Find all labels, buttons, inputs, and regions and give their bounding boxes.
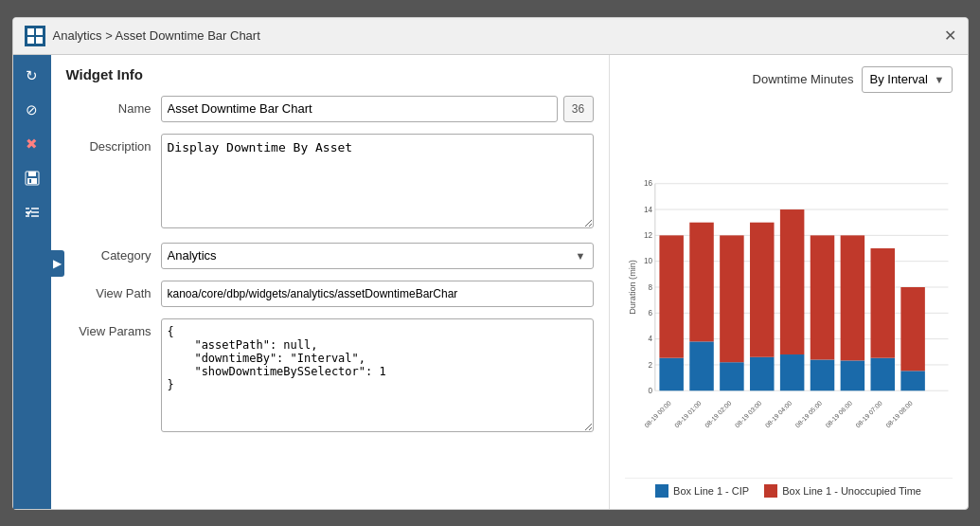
svg-rect-34 [659,357,683,390]
legend-unoccupied-label: Box Line 1 - Unoccupied Time [782,485,921,497]
chart-panel: Downtime Minutes By Interval By Day By W… [610,55,968,509]
svg-text:08-19 06:00: 08-19 06:00 [824,399,853,428]
svg-text:08-19 07:00: 08-19 07:00 [854,399,883,428]
view-params-textarea[interactable] [161,318,594,432]
view-path-input[interactable] [161,281,594,307]
modal-header: Analytics > Asset Downtime Bar Chart ✕ [13,18,968,55]
legend-cip-label: Box Line 1 - CIP [673,485,749,497]
view-path-field [161,281,594,307]
svg-rect-50 [810,235,833,359]
svg-text:10: 10 [644,257,653,265]
svg-rect-40 [720,362,743,390]
svg-rect-59 [900,287,924,371]
category-row: Category Analytics Operations Maintenanc… [66,243,594,269]
name-row: Name 36 [66,96,594,122]
svg-rect-1 [36,28,43,35]
svg-text:08-19 08:00: 08-19 08:00 [884,399,914,428]
svg-text:08-19 05:00: 08-19 05:00 [793,399,823,428]
svg-text:08-19 00:00: 08-19 00:00 [643,399,672,428]
interval-select[interactable]: By Interval By Day By Week [862,66,953,93]
sidebar-refresh-icon[interactable]: ↻ [19,63,45,89]
svg-text:08-19 04:00: 08-19 04:00 [763,399,793,428]
svg-rect-44 [750,222,774,356]
modal-body: ↻ ⊘ ✖ [13,55,968,509]
svg-text:0: 0 [648,386,652,394]
sidebar-save-icon[interactable] [19,165,45,191]
legend-cip-color [655,484,668,498]
modal-overlay: Analytics > Asset Downtime Bar Chart ✕ ↻… [0,0,980,526]
legend-unoccupied-color [764,484,777,498]
svg-rect-2 [27,37,34,44]
svg-text:Duration (min): Duration (min) [627,260,636,315]
chart-legend: Box Line 1 - CIP Box Line 1 - Unoccupied… [625,478,953,498]
svg-text:12: 12 [644,231,653,240]
chart-controls: Downtime Minutes By Interval By Day By W… [625,66,953,93]
view-params-field [161,318,594,435]
description-textarea[interactable] [161,134,594,228]
svg-rect-58 [900,371,924,390]
description-field [161,134,594,231]
sidebar: ↻ ⊘ ✖ [13,55,51,509]
view-params-row: View Params [66,318,594,435]
breadcrumb-icon [25,26,45,46]
downtime-minutes-label: Downtime Minutes [753,72,854,86]
chart-container: Duration (min) 0 2 4 6 [625,102,953,498]
svg-rect-55 [870,357,894,390]
svg-rect-3 [36,37,43,44]
svg-rect-0 [27,28,34,35]
name-label: Name [66,96,161,116]
modal: Analytics > Asset Downtime Bar Chart ✕ ↻… [12,17,969,510]
sidebar-delete-icon[interactable]: ✖ [19,131,45,157]
svg-rect-6 [27,178,37,184]
svg-rect-43 [750,356,774,390]
svg-rect-53 [840,235,864,360]
form-panel: Widget Info Name 36 Descriptio [51,55,610,509]
sidebar-checklist-icon[interactable] [19,199,45,226]
svg-rect-56 [870,248,894,358]
sidebar-block-icon[interactable]: ⊘ [19,97,45,123]
breadcrumb: Analytics > Asset Downtime Bar Chart [53,28,260,43]
svg-rect-52 [840,360,864,390]
svg-text:4: 4 [648,335,652,343]
legend-item-cip: Box Line 1 - CIP [655,484,749,498]
header-left: Analytics > Asset Downtime Bar Chart [25,26,260,46]
svg-text:08-19 01:00: 08-19 01:00 [673,399,703,428]
close-button[interactable]: ✕ [944,28,956,44]
char-count: 36 [563,96,594,122]
svg-text:14: 14 [644,205,653,213]
view-path-label: View Path [66,281,161,300]
bar-chart: Duration (min) 0 2 4 6 [625,102,953,472]
description-label: Description [66,134,161,154]
category-field: Analytics Operations Maintenance ▼ [161,243,594,269]
name-input[interactable] [161,96,558,122]
svg-text:8: 8 [648,282,652,291]
svg-rect-37 [689,341,713,390]
category-label: Category [66,243,161,263]
svg-text:16: 16 [644,179,653,188]
view-path-row: View Path [66,281,594,307]
view-params-label: View Params [66,318,161,338]
legend-item-unoccupied: Box Line 1 - Unoccupied Time [764,484,921,498]
svg-rect-47 [779,209,803,354]
svg-rect-38 [689,222,713,341]
svg-text:08-19 03:00: 08-19 03:00 [733,399,762,428]
form-title: Widget Info [66,66,594,82]
svg-text:2: 2 [648,360,652,369]
content-area: Widget Info Name 36 Descriptio [51,55,968,509]
description-row: Description [66,134,594,231]
svg-rect-5 [28,172,36,176]
name-field: 36 [161,96,594,122]
category-select[interactable]: Analytics Operations Maintenance [161,243,594,269]
svg-text:6: 6 [648,309,652,317]
svg-rect-49 [810,359,833,390]
svg-rect-41 [720,235,743,362]
svg-text:08-19 02:00: 08-19 02:00 [703,399,732,428]
svg-rect-46 [779,354,803,390]
svg-rect-7 [29,179,31,183]
svg-rect-35 [659,235,683,357]
